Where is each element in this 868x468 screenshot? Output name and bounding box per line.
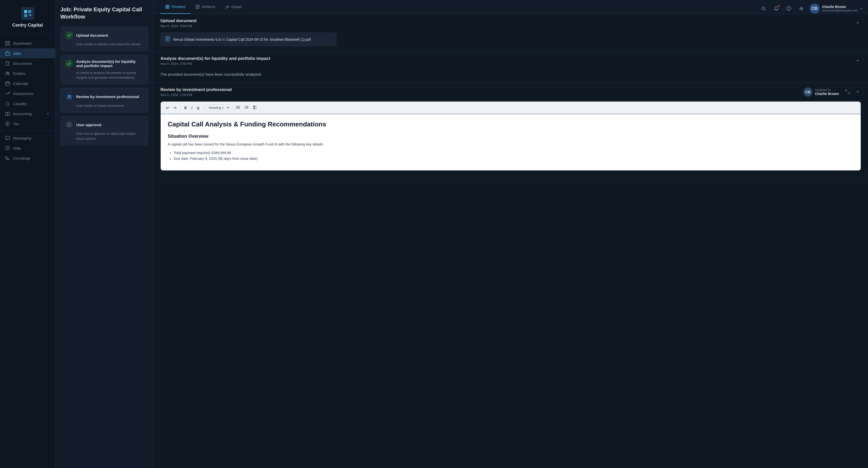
section-date-upload: Nov 8, 2024, 3:59 PM (160, 24, 197, 28)
user-chevron-icon: ▾ (861, 7, 862, 10)
svg-point-37 (236, 108, 237, 109)
svg-rect-7 (5, 53, 9, 55)
heading-select[interactable]: Heading 1 Heading 2 Heading 3 Normal (206, 104, 230, 111)
sidebar-item-concierge[interactable]: Concierge (0, 153, 55, 163)
assigned-block: CB Assigned to Charlie Brown (803, 88, 839, 96)
briefcase-icon (5, 51, 10, 56)
svg-rect-1 (28, 10, 31, 13)
svg-point-21 (70, 95, 71, 96)
bold-button[interactable]: B (183, 104, 189, 111)
sidebar-item-help[interactable]: ? Help (0, 143, 55, 153)
toolbar-sep-1 (180, 105, 181, 110)
section-body-upload: Nexus Global Investments S.à r.l. Capita… (153, 32, 868, 51)
tab-artifacts-label: Artifacts (202, 4, 215, 9)
svg-text:$: $ (7, 123, 8, 125)
user-menu[interactable]: CB Charlie Brown accountant@example.com … (810, 3, 862, 13)
sidebar-item-messaging[interactable]: Messaging (0, 133, 55, 143)
phone-icon (5, 156, 10, 161)
italic-button[interactable]: I (190, 104, 194, 111)
svg-point-35 (236, 107, 237, 108)
unordered-list-button[interactable] (234, 104, 242, 111)
step-title-upload: Upload document (76, 33, 108, 37)
redo-button[interactable]: ↪ (172, 104, 178, 111)
grid-icon (5, 41, 10, 46)
section-title-block-review: Review by investment professional Nov 8,… (160, 87, 231, 97)
svg-point-16 (762, 7, 765, 9)
collapse-btn-review[interactable] (855, 89, 861, 96)
droplet-icon (5, 101, 10, 106)
settings-icon[interactable] (797, 4, 806, 13)
section-body-analyze: The provided document(s) have been succe… (153, 70, 868, 83)
step-title-review: Review by investment professional (76, 94, 139, 99)
svg-text:i: i (788, 7, 789, 10)
notifications-icon[interactable] (772, 4, 780, 13)
job-panel: Job: Private Equity Capital Call Workflo… (55, 0, 153, 468)
sidebar-item-investments[interactable]: Investments (0, 89, 55, 98)
sidebar-item-calendar[interactable]: Calendar (0, 79, 55, 89)
ordered-list-button[interactable]: 1.2.3. (243, 104, 250, 111)
sidebar-item-accounting[interactable]: Accounting (0, 108, 55, 119)
job-title: Job: Private Equity Capital Call Workflo… (60, 6, 148, 20)
step-card-analyze: Analyze document(s) for liquidity and po… (60, 55, 148, 85)
svg-text:i: i (69, 123, 70, 126)
section-title-analyze: Analyze document(s) for liquidity and po… (160, 56, 270, 61)
collapse-btn-upload[interactable] (855, 20, 861, 27)
sidebar-item-messaging-label: Messaging (13, 136, 50, 140)
sidebar-item-accounting-label: Accounting (13, 112, 43, 116)
section-controls-upload (855, 20, 861, 27)
step-card-review: Review by investment professional User n… (60, 88, 148, 113)
sidebar-item-tax[interactable]: $ Tax (0, 119, 55, 129)
svg-rect-24 (166, 5, 167, 6)
section-analyze: Analyze document(s) for liquidity and po… (153, 52, 868, 83)
editor-paragraph: A capital call has been issued for the N… (168, 142, 854, 148)
sidebar-divider (0, 131, 55, 131)
expand-btn-review[interactable] (844, 89, 851, 96)
collapse-btn-analyze[interactable] (855, 57, 861, 65)
svg-text:3.: 3. (245, 107, 246, 109)
step-card-upload: Upload document User needs to upload a d… (60, 26, 148, 51)
user-info: Charlie Brown accountant@example.com (822, 5, 858, 12)
section-header-analyze[interactable]: Analyze document(s) for liquidity and po… (153, 52, 868, 70)
file-icon (5, 61, 10, 66)
tab-timeline[interactable]: Timeline (160, 0, 191, 14)
tab-graph-label: Graph (231, 4, 242, 9)
sidebar: Centry Capital Dashboard Jobs Documents (0, 0, 55, 468)
search-icon[interactable] (760, 4, 768, 13)
sidebar-item-jobs[interactable]: Jobs (0, 48, 55, 58)
sidebar-item-documents[interactable]: Documents (0, 58, 55, 68)
users-icon (5, 71, 10, 76)
step-icon-review (65, 93, 73, 101)
sidebar-item-dashboard[interactable]: Dashboard (0, 38, 55, 48)
section-date-review: Nov 8, 2024, 3:59 PM (160, 93, 231, 97)
step-icon-approval: i (65, 121, 73, 129)
sidebar-item-investments-label: Investments (13, 92, 50, 96)
sidebar-item-tax-label: Tax (13, 122, 50, 126)
avatar: CB (810, 3, 820, 13)
underline-button[interactable]: U (195, 104, 201, 111)
message-icon (5, 135, 10, 141)
svg-text:?: ? (7, 147, 8, 150)
tab-artifacts[interactable]: Artifacts (191, 0, 220, 14)
assigned-name: Charlie Brown (815, 92, 839, 96)
svg-rect-10 (5, 82, 9, 86)
checklist-button[interactable] (251, 104, 259, 111)
sidebar-item-liquidity[interactable]: Liquidity (0, 98, 55, 108)
step-header-analyze: Analyze document(s) for liquidity and po… (65, 59, 143, 68)
avatar-charlie: CB (803, 88, 812, 96)
timeline-panel: Timeline Artifacts Graph Upload document… (153, 0, 868, 468)
sidebar-item-entities[interactable]: Entities (0, 68, 55, 79)
info-icon[interactable]: i (784, 4, 793, 13)
section-review: Review by investment professional Nov 8,… (153, 83, 868, 176)
logo-icon (21, 7, 34, 20)
editor-body[interactable]: Capital Call Analysis & Funding Recommen… (161, 114, 861, 170)
svg-rect-26 (166, 7, 167, 8)
section-title-review: Review by investment professional (160, 87, 231, 92)
section-header-review[interactable]: Review by investment professional Nov 8,… (153, 83, 868, 101)
undo-button[interactable]: ↩ (164, 104, 171, 111)
tab-graph[interactable]: Graph (220, 0, 247, 14)
sidebar-logo: Centry Capital (0, 0, 55, 34)
file-name: Nexus Global Investments S.à r.l. Capita… (173, 37, 311, 41)
file-attachment[interactable]: Nexus Global Investments S.à r.l. Capita… (160, 32, 336, 46)
svg-rect-3 (5, 41, 7, 43)
svg-rect-0 (24, 10, 27, 13)
